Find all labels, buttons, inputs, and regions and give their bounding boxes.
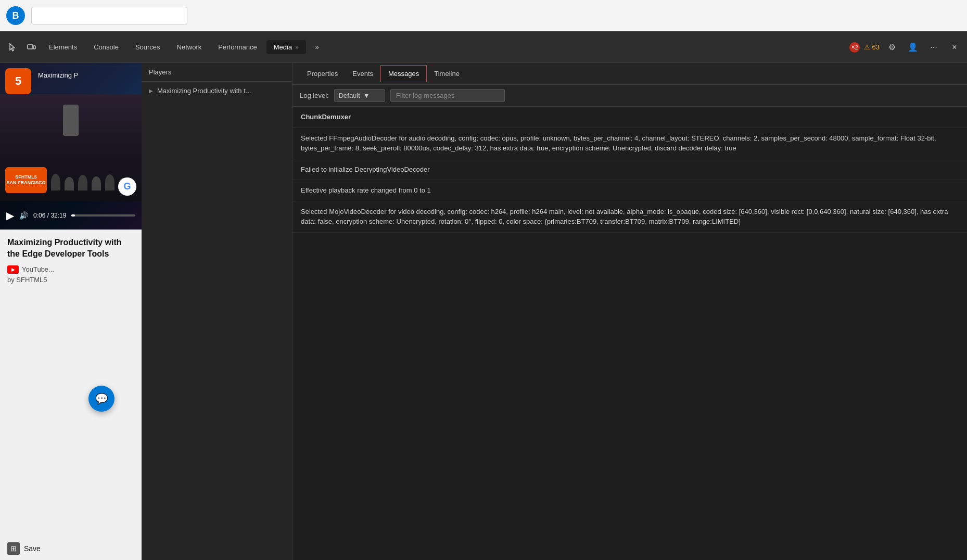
player-item[interactable]: ▶ Maximizing Productivity with t... bbox=[142, 82, 292, 100]
play-button[interactable]: ▶ bbox=[6, 209, 14, 222]
profile-icon: 👤 bbox=[908, 42, 918, 52]
video-title-overlay: Maximizing P bbox=[34, 69, 136, 81]
settings-button[interactable]: ⚙ bbox=[884, 39, 900, 56]
source-author: by SFHTML5 bbox=[7, 276, 134, 284]
message-ffmpeg-audio: Selected FFmpegAudioDecoder for audio de… bbox=[292, 128, 967, 159]
messages-panel: Properties Events Messages Timeline Log … bbox=[292, 63, 967, 560]
filter-input[interactable] bbox=[390, 89, 505, 102]
message-text-2: Failed to initialize DecryptingVideoDeco… bbox=[301, 166, 430, 173]
progress-bar[interactable] bbox=[71, 214, 135, 217]
tab-properties[interactable]: Properties bbox=[300, 66, 345, 82]
tab-console[interactable]: Console bbox=[86, 40, 126, 54]
error-count: 2 bbox=[855, 44, 858, 50]
profile-button[interactable]: 👤 bbox=[905, 39, 921, 56]
browser-bar: B bbox=[0, 0, 967, 31]
messages-tabs: Properties Events Messages Timeline bbox=[292, 63, 967, 85]
message-playback-rate: Effective playback rate changed from 0 t… bbox=[292, 180, 967, 201]
chat-fab-button[interactable]: 💬 bbox=[88, 386, 114, 412]
tab-media-close[interactable]: × bbox=[295, 44, 298, 50]
message-mojo-video: Selected MojoVideoDecoder for video deco… bbox=[292, 201, 967, 233]
close-icon: × bbox=[952, 43, 957, 52]
sfhtml5-logo-top: 5 bbox=[5, 68, 31, 94]
error-badge: ✕ 2 bbox=[849, 42, 860, 53]
tab-performance[interactable]: Performance bbox=[211, 40, 264, 54]
message-text-3: Effective playback rate changed from 0 t… bbox=[301, 186, 431, 194]
device-icon bbox=[27, 43, 36, 52]
error-icon: ✕ bbox=[851, 44, 855, 50]
log-level-value: Default bbox=[339, 92, 360, 99]
svg-rect-0 bbox=[28, 45, 33, 49]
message-text-1: Selected FFmpegAudioDecoder for audio de… bbox=[301, 134, 936, 152]
tab-media-label: Media bbox=[274, 43, 292, 51]
page-source: ▶ YouTube... bbox=[7, 265, 134, 274]
tab-more[interactable]: » bbox=[308, 40, 326, 54]
sfhtml5-logo-bottom: SFHTML5 SAN FRANCISCO bbox=[5, 167, 47, 193]
message-chunk-demuxer: ChunkDemuxer bbox=[292, 107, 967, 128]
save-section: ⊞ Save bbox=[0, 537, 142, 560]
page-video-title: Maximizing Productivity with the Edge De… bbox=[7, 237, 134, 260]
log-level-select[interactable]: Default ▼ bbox=[334, 89, 385, 102]
warn-count: 63 bbox=[872, 43, 880, 51]
youtube-icon: ▶ bbox=[7, 265, 19, 274]
devtools-panel: Players ▶ Maximizing Productivity with t… bbox=[142, 63, 967, 560]
tab-messages[interactable]: Messages bbox=[380, 65, 427, 82]
messages-filter-bar: Log level: Default ▼ bbox=[292, 85, 967, 107]
player-item-label: Maximizing Productivity with t... bbox=[157, 87, 251, 95]
toolbar-right-icons: ✕ 2 ⚠ 63 ⚙ 👤 ··· × bbox=[849, 39, 963, 56]
page-info: Maximizing Productivity with the Edge De… bbox=[0, 230, 142, 537]
save-icon: ⊞ bbox=[7, 542, 20, 555]
tab-sources[interactable]: Sources bbox=[128, 40, 168, 54]
volume-button[interactable]: 🔊 bbox=[19, 211, 28, 220]
svg-rect-1 bbox=[33, 46, 35, 49]
dropdown-arrow-icon: ▼ bbox=[363, 92, 370, 99]
presenter-silhouette bbox=[63, 105, 79, 136]
current-time: 0:06 bbox=[33, 212, 45, 219]
tab-elements[interactable]: Elements bbox=[42, 40, 84, 54]
more-icon: ··· bbox=[930, 43, 937, 52]
tab-network[interactable]: Network bbox=[170, 40, 209, 54]
address-bar[interactable] bbox=[31, 7, 187, 24]
progress-fill bbox=[71, 214, 74, 217]
chevron-right-icon: ▶ bbox=[149, 88, 153, 94]
tab-media[interactable]: Media × bbox=[266, 40, 306, 54]
devtools-toolbar: Elements Console Sources Network Perform… bbox=[0, 32, 967, 63]
tab-timeline[interactable]: Timeline bbox=[427, 66, 467, 82]
browser-preview: 5 Maximizing P bbox=[0, 63, 142, 560]
message-text-4: Selected MojoVideoDecoder for video deco… bbox=[301, 208, 948, 226]
cursor-icon bbox=[8, 43, 17, 52]
log-level-label: Log level: bbox=[300, 92, 329, 99]
bing-overlay: G bbox=[118, 177, 136, 196]
chat-icon: 💬 bbox=[95, 392, 108, 405]
cursor-tool-button[interactable] bbox=[4, 39, 21, 56]
video-container: 5 Maximizing P bbox=[0, 63, 142, 230]
message-decrypt-fail: Failed to initialize DecryptingVideoDeco… bbox=[292, 159, 967, 181]
devtools-body: 5 Maximizing P bbox=[0, 63, 967, 560]
close-devtools-button[interactable]: × bbox=[946, 39, 963, 56]
bing-logo-text: B bbox=[12, 10, 19, 21]
warn-icon: ⚠ bbox=[864, 43, 870, 51]
devtools: Elements Console Sources Network Perform… bbox=[0, 31, 967, 560]
messages-list: ChunkDemuxer Selected FFmpegAudioDecoder… bbox=[292, 107, 967, 560]
players-panel: Players ▶ Maximizing Productivity with t… bbox=[142, 63, 292, 560]
bing-logo: B bbox=[6, 6, 25, 25]
devtools-content: Players ▶ Maximizing Productivity with t… bbox=[142, 63, 967, 560]
time-display: 0:06 / 32:19 bbox=[33, 212, 66, 219]
device-toggle-button[interactable] bbox=[23, 39, 40, 56]
tab-events[interactable]: Events bbox=[345, 66, 380, 82]
source-name: YouTube... bbox=[22, 265, 54, 273]
more-options-button[interactable]: ··· bbox=[925, 39, 942, 56]
video-controls: ▶ 🔊 0:06 / 32:19 bbox=[0, 201, 142, 230]
message-text-0: ChunkDemuxer bbox=[301, 113, 351, 121]
save-label[interactable]: Save bbox=[24, 544, 41, 553]
settings-icon: ⚙ bbox=[888, 42, 896, 52]
total-time: 32:19 bbox=[50, 212, 66, 219]
players-header: Players bbox=[142, 63, 292, 82]
warn-badge: ⚠ 63 bbox=[864, 43, 880, 51]
